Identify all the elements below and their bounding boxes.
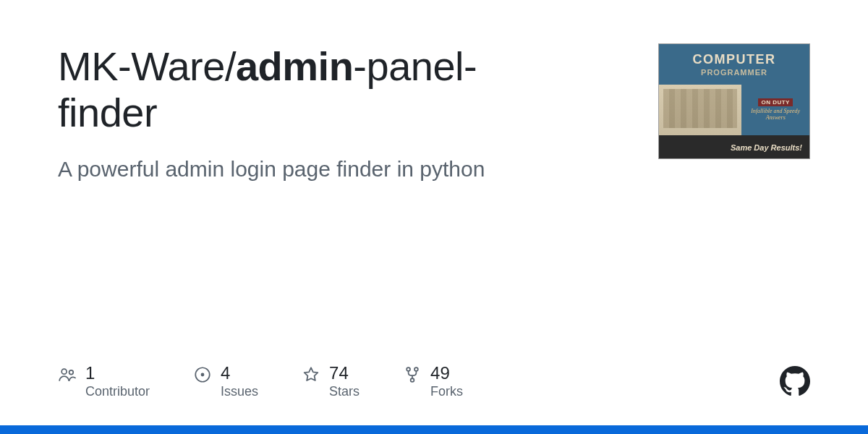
accent-bar xyxy=(0,425,868,434)
repo-name-bold[interactable]: admin xyxy=(236,43,353,89)
avatar-line2: PROGRAMMER xyxy=(701,68,767,77)
avatar-onduty: ON DUTY xyxy=(758,98,793,106)
stat-label: Contributor xyxy=(85,384,150,399)
svg-point-1 xyxy=(69,370,74,375)
avatar-script: Infallible and Speedy Answers xyxy=(744,109,807,122)
svg-point-5 xyxy=(414,367,418,371)
repo-avatar[interactable]: COMPUTER PROGRAMMER ON DUTY Infallible a… xyxy=(658,43,810,159)
stat-forks[interactable]: 49 Forks xyxy=(403,364,463,399)
avatar-line1: COMPUTER xyxy=(693,52,776,67)
stat-label: Stars xyxy=(329,384,359,399)
stat-issues[interactable]: 4 Issues xyxy=(193,364,258,399)
stat-contributors[interactable]: 1 Contributor xyxy=(58,364,150,399)
avatar-sameday: Same Day Results! xyxy=(731,144,802,152)
avatar-bottom: Same Day Results! xyxy=(659,135,809,159)
stat-label: Issues xyxy=(221,384,258,399)
avatar-illustration xyxy=(659,85,741,135)
stat-stars[interactable]: 74 Stars xyxy=(302,364,359,399)
github-logo-icon[interactable] xyxy=(780,366,810,396)
stat-count: 49 xyxy=(430,364,463,383)
stat-count: 4 xyxy=(221,364,258,383)
people-icon xyxy=(58,365,77,384)
avatar-top: COMPUTER PROGRAMMER xyxy=(659,44,809,85)
repo-description: A powerful admin login page finder in py… xyxy=(58,157,564,182)
svg-point-6 xyxy=(411,378,414,382)
repo-title: MK-Ware/admin-panel-finder xyxy=(58,43,564,137)
stats: 1 Contributor 4 Issues 74 xyxy=(58,364,463,399)
stat-count: 74 xyxy=(329,364,359,383)
svg-point-3 xyxy=(201,373,205,376)
fork-icon xyxy=(403,365,422,384)
stat-text: 74 Stars xyxy=(329,364,359,399)
repo-card: MK-Ware/admin-panel-finder A powerful ad… xyxy=(0,0,868,434)
issue-icon xyxy=(193,365,212,384)
stat-text: 49 Forks xyxy=(430,364,463,399)
stat-count: 1 xyxy=(85,364,150,383)
title-block: MK-Ware/admin-panel-finder A powerful ad… xyxy=(58,43,564,182)
stat-text: 4 Issues xyxy=(221,364,258,399)
repo-sep: / xyxy=(225,43,236,89)
svg-point-4 xyxy=(407,367,410,371)
header-row: MK-Ware/admin-panel-finder A powerful ad… xyxy=(58,43,810,182)
svg-point-0 xyxy=(61,369,67,374)
avatar-right: ON DUTY Infallible and Speedy Answers xyxy=(741,85,809,135)
stat-text: 1 Contributor xyxy=(85,364,150,399)
star-icon xyxy=(302,365,320,384)
repo-owner[interactable]: MK-Ware xyxy=(58,43,225,89)
avatar-mid: ON DUTY Infallible and Speedy Answers xyxy=(659,85,809,135)
stats-row: 1 Contributor 4 Issues 74 xyxy=(58,364,810,399)
stat-label: Forks xyxy=(430,384,463,399)
